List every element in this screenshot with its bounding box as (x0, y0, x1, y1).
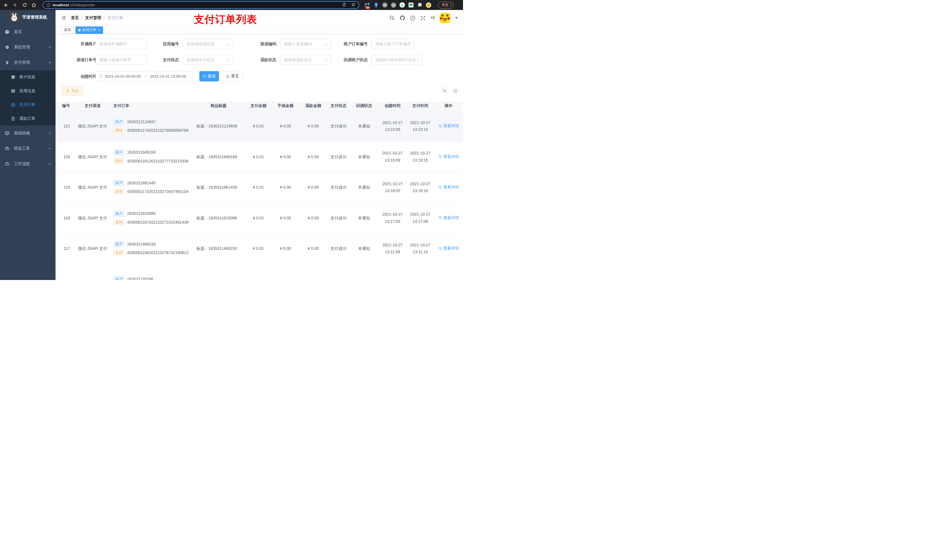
pay-amount: ¥ 0.01 (245, 154, 272, 160)
view-detail-link[interactable]: 查看详情 (434, 245, 463, 252)
extension-balloon-icon[interactable] (373, 2, 379, 8)
refresh-circle-button[interactable] (452, 87, 459, 95)
bookmark-star-icon[interactable] (351, 2, 356, 8)
red-annotation-title: 支付订单列表 (194, 12, 257, 26)
extensions-puzzle-icon[interactable] (417, 2, 422, 8)
merchant-order-no: 1635312124657 (127, 119, 156, 125)
fullscreen-icon[interactable] (420, 15, 426, 21)
notify-status: 未通知 (350, 184, 379, 190)
notify-status: 未通知 (350, 215, 379, 221)
table-row[interactable]: 121 微信 JSAPI 支付 商户 1635312124657 支付 4200… (56, 111, 463, 142)
filter-label-merchant-order-no: 商户订单编号 (325, 39, 368, 49)
sidebar-item-workflow[interactable]: 工作流程 (0, 156, 56, 172)
monitor-chart-icon (5, 131, 9, 136)
extension-chat-icon[interactable] (408, 2, 414, 8)
site-info-icon[interactable] (47, 3, 50, 7)
share-icon[interactable] (342, 2, 346, 8)
sidebar-item-app-info[interactable]: 应用信息 (0, 84, 56, 98)
callback-status-select[interactable] (372, 54, 422, 65)
view-detail-link[interactable]: 查看详情 (434, 154, 463, 160)
sidebar-item-pay[interactable]: ¥ 支付管理 (0, 55, 56, 70)
pay-tag: 支付 (113, 189, 124, 195)
channel-code-select[interactable] (280, 39, 331, 49)
merchant-order-no-input[interactable] (372, 39, 414, 49)
pay-status-select[interactable] (183, 54, 233, 65)
order-id: 117 (56, 245, 74, 252)
sidebar-item-infra[interactable]: 基础设施 (0, 125, 56, 141)
product-title: 标题：1635311823086 (192, 215, 245, 221)
tab-pay-order[interactable]: 支付订单 ✕ (76, 26, 103, 34)
chevron-up-icon (48, 61, 51, 64)
view-detail-link[interactable]: 查看详情 (434, 215, 463, 221)
tab-close-icon[interactable]: ✕ (98, 29, 100, 32)
header-search-icon[interactable] (390, 15, 395, 21)
tags-view-bar: 首页 支付订单 ✕ (56, 26, 463, 34)
extension-dot-icon[interactable] (391, 2, 396, 8)
notify-status: 未通知 (350, 245, 379, 252)
browser-forward-button[interactable] (12, 2, 18, 8)
pay-status: 支付成功 (327, 123, 350, 129)
order-id: 119 (56, 184, 74, 190)
pay-status: 支付成功 (327, 184, 350, 190)
browser-profile-avatar[interactable] (426, 2, 431, 8)
active-tab-dot (78, 29, 80, 31)
sidebar-fold-icon[interactable] (61, 15, 66, 21)
url-bar[interactable]: localhost:1024/pay/order (43, 1, 359, 9)
create-time-range-picker[interactable]: 2021-10-01 00:00:00 - 2021-10-31 23:59:5… (96, 71, 193, 82)
sidebar-item-refund-order[interactable]: 退款订单 (0, 112, 56, 126)
sidebar-item-merchant-info[interactable]: 商户信息 (0, 70, 56, 84)
app-select[interactable] (183, 39, 233, 49)
browser-reload-button[interactable] (22, 2, 27, 8)
sidebar-logo[interactable]: 芋道管理系统 (0, 10, 56, 24)
channel-pay-no: 4200001174202110278060590766 (127, 127, 189, 133)
product-title: 标题：1635311881439 (192, 184, 245, 190)
browser-home-button[interactable] (31, 2, 37, 8)
table-grid-icon (11, 89, 15, 93)
logo-bunny-avatar (9, 12, 19, 22)
pay-order-cell: 商户 1635311823086 支付 42000011672021102710… (111, 208, 192, 228)
github-icon[interactable] (399, 15, 405, 21)
extension-diamond-icon[interactable]: 10 (365, 2, 370, 8)
refund-status-select[interactable] (280, 54, 331, 65)
table-row[interactable]: 120 微信 JSAPI 支付 商户 1635311949168 支付 4200… (56, 142, 463, 172)
export-button[interactable]: 导出 (62, 86, 83, 96)
avatar-dropdown-caret[interactable] (455, 17, 458, 19)
tab-home[interactable]: 首页 (61, 26, 74, 34)
extension-y-icon[interactable]: y (399, 2, 405, 8)
channel-pay-no: 4200001181202110277723215336 (127, 158, 189, 164)
orders-table: 编号 支付渠道 支付订单 商品标题 支付金额 手续金额 退款金额 支付状态 回调… (56, 101, 463, 280)
browser-back-button[interactable] (3, 2, 9, 8)
refund-amount: ¥ 0.00 (299, 123, 327, 129)
help-icon[interactable]: ? (410, 15, 415, 21)
breadcrumb-home[interactable]: 首页 (71, 15, 79, 21)
sidebar-item-pay-order[interactable]: ¥ 支付订单 (0, 98, 56, 112)
reset-button[interactable]: 重置 (223, 71, 242, 82)
table-row-partial[interactable]: 商户 163531135786 (56, 264, 463, 280)
extension-command-icon[interactable]: ⌘ (382, 2, 387, 8)
view-detail-link[interactable]: 查看详情 (434, 184, 463, 190)
sidebar-item-system[interactable]: 系统管理 (0, 39, 56, 55)
browser-update-button[interactable]: 更新 (438, 2, 454, 9)
table-row[interactable]: 118 微信 JSAPI 支付 商户 1635311823086 支付 4200… (56, 203, 463, 234)
merchant-order-no: 163531135786 (127, 276, 153, 280)
breadcrumb-pay-manage[interactable]: 支付管理 (85, 15, 101, 21)
filter-label-merchant: 所属商户 (61, 39, 97, 49)
table-row[interactable]: 117 微信 JSAPI 支付 商户 1635311468233 支付 4200… (56, 233, 463, 264)
merchant-tag: 商户 (113, 211, 124, 217)
browser-menu-icon[interactable] (451, 3, 451, 7)
table-row[interactable]: 119 微信 JSAPI 支付 商户 1635311881440 支付 4200… (56, 172, 463, 203)
extension-badge: 10 (366, 6, 370, 9)
view-detail-link[interactable]: 查看详情 (434, 123, 463, 129)
merchant-order-no: 1635311881440 (127, 180, 156, 186)
filter-label-pay-status: 支付状态 (136, 54, 179, 65)
pay-amount: ¥ 0.01 (245, 123, 272, 129)
fee-amount: ¥ 0.00 (272, 215, 299, 221)
sidebar-item-dev-tools[interactable]: 研发工具 (0, 141, 56, 156)
pay-time: 2021-10-27 13:19:15 (406, 150, 434, 164)
hide-search-circle-button[interactable] (441, 87, 448, 95)
create-time: 2021-10-27 13:18:02 (379, 180, 406, 194)
sidebar-item-home[interactable]: 首页 (0, 24, 56, 39)
font-size-icon[interactable]: TT (431, 16, 435, 21)
user-avatar[interactable] (440, 13, 450, 23)
search-button[interactable]: 搜索 (199, 71, 219, 82)
